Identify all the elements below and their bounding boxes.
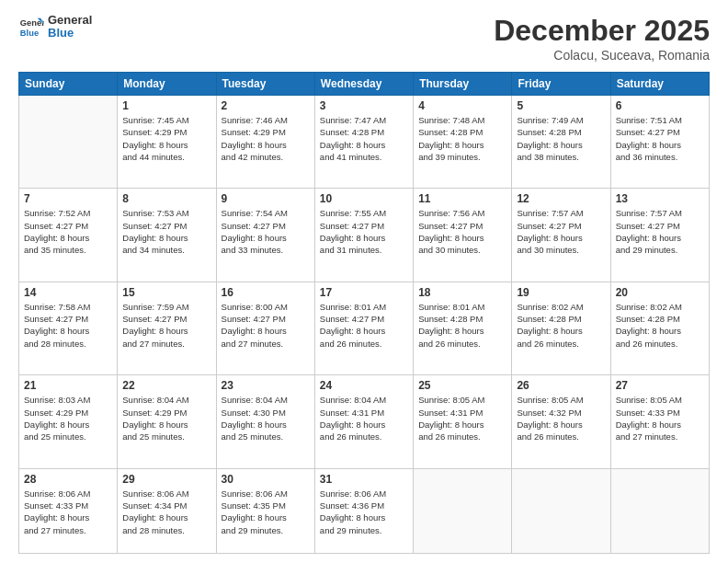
title-block: December 2025 Colacu, Suceava, Romania bbox=[494, 14, 710, 63]
day-detail: Sunrise: 7:59 AMSunset: 4:27 PMDaylight:… bbox=[122, 301, 210, 350]
day-detail: Sunrise: 8:02 AMSunset: 4:28 PMDaylight:… bbox=[517, 301, 605, 350]
calendar-cell: 6Sunrise: 7:51 AMSunset: 4:27 PMDaylight… bbox=[610, 96, 709, 189]
calendar-cell bbox=[512, 468, 610, 553]
day-detail: Sunrise: 8:06 AMSunset: 4:35 PMDaylight:… bbox=[222, 488, 310, 536]
calendar-cell: 23Sunrise: 8:04 AMSunset: 4:30 PMDayligh… bbox=[216, 375, 314, 468]
weekday-tuesday: Tuesday bbox=[216, 73, 314, 96]
day-number: 10 bbox=[320, 192, 408, 205]
calendar-cell: 29Sunrise: 8:06 AMSunset: 4:34 PMDayligh… bbox=[118, 468, 216, 553]
day-number: 21 bbox=[24, 379, 112, 392]
calendar-cell: 30Sunrise: 8:06 AMSunset: 4:35 PMDayligh… bbox=[216, 468, 314, 553]
day-number: 16 bbox=[222, 286, 310, 299]
day-detail: Sunrise: 8:00 AMSunset: 4:27 PMDaylight:… bbox=[222, 301, 310, 350]
calendar-cell: 7Sunrise: 7:52 AMSunset: 4:27 PMDaylight… bbox=[19, 189, 118, 282]
day-number: 27 bbox=[616, 379, 704, 392]
week-row-1: 1Sunrise: 7:45 AMSunset: 4:29 PMDaylight… bbox=[19, 96, 710, 189]
day-number: 8 bbox=[122, 192, 210, 205]
day-number: 29 bbox=[122, 473, 210, 486]
calendar-cell: 19Sunrise: 8:02 AMSunset: 4:28 PMDayligh… bbox=[512, 282, 610, 374]
day-detail: Sunrise: 7:56 AMSunset: 4:27 PMDaylight:… bbox=[418, 207, 506, 256]
calendar-table: SundayMondayTuesdayWednesdayThursdayFrid… bbox=[18, 72, 710, 554]
day-number: 12 bbox=[517, 192, 605, 205]
weekday-header-row: SundayMondayTuesdayWednesdayThursdayFrid… bbox=[19, 73, 710, 96]
day-detail: Sunrise: 7:58 AMSunset: 4:27 PMDaylight:… bbox=[24, 301, 112, 350]
day-detail: Sunrise: 7:47 AMSunset: 4:28 PMDaylight:… bbox=[320, 114, 408, 163]
day-detail: Sunrise: 8:06 AMSunset: 4:34 PMDaylight:… bbox=[122, 488, 210, 536]
day-number: 23 bbox=[222, 379, 310, 392]
day-number: 9 bbox=[222, 192, 310, 205]
calendar-cell: 27Sunrise: 8:05 AMSunset: 4:33 PMDayligh… bbox=[610, 375, 709, 468]
day-detail: Sunrise: 8:01 AMSunset: 4:28 PMDaylight:… bbox=[418, 301, 506, 350]
weekday-monday: Monday bbox=[118, 73, 216, 96]
page: General Blue General Blue December 2025 … bbox=[0, 0, 728, 563]
calendar-cell: 17Sunrise: 8:01 AMSunset: 4:27 PMDayligh… bbox=[314, 282, 413, 374]
day-detail: Sunrise: 7:54 AMSunset: 4:27 PMDaylight:… bbox=[222, 207, 310, 256]
day-detail: Sunrise: 8:06 AMSunset: 4:33 PMDaylight:… bbox=[24, 488, 112, 536]
calendar-cell: 13Sunrise: 7:57 AMSunset: 4:27 PMDayligh… bbox=[610, 189, 709, 282]
month-title: December 2025 bbox=[494, 14, 710, 48]
logo-icon: General Blue bbox=[18, 14, 44, 40]
day-number: 13 bbox=[616, 192, 704, 205]
weekday-saturday: Saturday bbox=[610, 73, 709, 96]
day-number: 6 bbox=[616, 99, 704, 112]
day-detail: Sunrise: 7:45 AMSunset: 4:29 PMDaylight:… bbox=[122, 114, 210, 163]
calendar-cell: 31Sunrise: 8:06 AMSunset: 4:36 PMDayligh… bbox=[314, 468, 413, 553]
week-row-3: 14Sunrise: 7:58 AMSunset: 4:27 PMDayligh… bbox=[19, 282, 710, 374]
day-number: 19 bbox=[517, 286, 605, 299]
day-detail: Sunrise: 7:55 AMSunset: 4:27 PMDaylight:… bbox=[320, 207, 408, 256]
day-detail: Sunrise: 7:57 AMSunset: 4:27 PMDaylight:… bbox=[616, 207, 704, 256]
calendar-cell: 12Sunrise: 7:57 AMSunset: 4:27 PMDayligh… bbox=[512, 189, 610, 282]
calendar-cell: 24Sunrise: 8:04 AMSunset: 4:31 PMDayligh… bbox=[314, 375, 413, 468]
day-number: 26 bbox=[517, 379, 605, 392]
day-detail: Sunrise: 8:05 AMSunset: 4:32 PMDaylight:… bbox=[517, 394, 605, 442]
day-detail: Sunrise: 7:52 AMSunset: 4:27 PMDaylight:… bbox=[24, 207, 112, 256]
day-number: 31 bbox=[320, 473, 408, 486]
day-detail: Sunrise: 8:05 AMSunset: 4:31 PMDaylight:… bbox=[418, 394, 506, 442]
day-number: 30 bbox=[222, 473, 310, 486]
calendar-cell: 5Sunrise: 7:49 AMSunset: 4:28 PMDaylight… bbox=[512, 96, 610, 189]
calendar-cell: 11Sunrise: 7:56 AMSunset: 4:27 PMDayligh… bbox=[414, 189, 512, 282]
week-row-2: 7Sunrise: 7:52 AMSunset: 4:27 PMDaylight… bbox=[19, 189, 710, 282]
day-number: 15 bbox=[122, 286, 210, 299]
day-detail: Sunrise: 7:49 AMSunset: 4:28 PMDaylight:… bbox=[517, 114, 605, 163]
calendar-cell: 28Sunrise: 8:06 AMSunset: 4:33 PMDayligh… bbox=[19, 468, 118, 553]
calendar-cell: 15Sunrise: 7:59 AMSunset: 4:27 PMDayligh… bbox=[118, 282, 216, 374]
location-title: Colacu, Suceava, Romania bbox=[494, 48, 710, 63]
week-row-5: 28Sunrise: 8:06 AMSunset: 4:33 PMDayligh… bbox=[19, 468, 710, 553]
day-number: 25 bbox=[418, 379, 506, 392]
day-number: 5 bbox=[517, 99, 605, 112]
calendar-cell: 8Sunrise: 7:53 AMSunset: 4:27 PMDaylight… bbox=[118, 189, 216, 282]
weekday-wednesday: Wednesday bbox=[314, 73, 413, 96]
day-number: 18 bbox=[418, 286, 506, 299]
calendar-cell: 20Sunrise: 8:02 AMSunset: 4:28 PMDayligh… bbox=[610, 282, 709, 374]
day-number: 4 bbox=[418, 99, 506, 112]
day-detail: Sunrise: 8:02 AMSunset: 4:28 PMDaylight:… bbox=[616, 301, 704, 350]
calendar-cell: 21Sunrise: 8:03 AMSunset: 4:29 PMDayligh… bbox=[19, 375, 118, 468]
day-number: 11 bbox=[418, 192, 506, 205]
day-detail: Sunrise: 7:53 AMSunset: 4:27 PMDaylight:… bbox=[122, 207, 210, 256]
calendar-cell: 10Sunrise: 7:55 AMSunset: 4:27 PMDayligh… bbox=[314, 189, 413, 282]
day-detail: Sunrise: 7:48 AMSunset: 4:28 PMDaylight:… bbox=[418, 114, 506, 163]
day-detail: Sunrise: 8:06 AMSunset: 4:36 PMDaylight:… bbox=[320, 488, 408, 536]
day-number: 14 bbox=[24, 286, 112, 299]
day-number: 7 bbox=[24, 192, 112, 205]
calendar-cell: 26Sunrise: 8:05 AMSunset: 4:32 PMDayligh… bbox=[512, 375, 610, 468]
day-detail: Sunrise: 8:04 AMSunset: 4:30 PMDaylight:… bbox=[222, 394, 310, 442]
day-detail: Sunrise: 8:04 AMSunset: 4:31 PMDaylight:… bbox=[320, 394, 408, 442]
calendar-cell: 22Sunrise: 8:04 AMSunset: 4:29 PMDayligh… bbox=[118, 375, 216, 468]
weekday-friday: Friday bbox=[512, 73, 610, 96]
day-number: 22 bbox=[122, 379, 210, 392]
day-detail: Sunrise: 8:04 AMSunset: 4:29 PMDaylight:… bbox=[122, 394, 210, 442]
header: General Blue General Blue December 2025 … bbox=[18, 14, 710, 63]
weekday-thursday: Thursday bbox=[414, 73, 512, 96]
day-number: 28 bbox=[24, 473, 112, 486]
day-number: 17 bbox=[320, 286, 408, 299]
day-detail: Sunrise: 7:57 AMSunset: 4:27 PMDaylight:… bbox=[517, 207, 605, 256]
weekday-sunday: Sunday bbox=[19, 73, 118, 96]
calendar-cell: 3Sunrise: 7:47 AMSunset: 4:28 PMDaylight… bbox=[314, 96, 413, 189]
day-number: 24 bbox=[320, 379, 408, 392]
calendar-cell: 25Sunrise: 8:05 AMSunset: 4:31 PMDayligh… bbox=[414, 375, 512, 468]
day-number: 20 bbox=[616, 286, 704, 299]
day-number: 1 bbox=[122, 99, 210, 112]
logo: General Blue General Blue bbox=[18, 14, 92, 40]
